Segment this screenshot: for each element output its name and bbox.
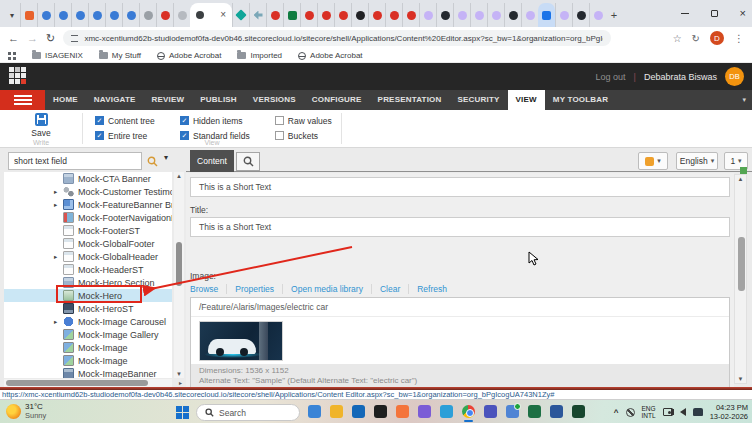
scroll-up-icon[interactable]: ▲	[735, 176, 746, 182]
forward-icon[interactable]: →	[27, 32, 38, 44]
browser-tab[interactable]	[385, 3, 402, 27]
chrome-icon[interactable]	[462, 405, 475, 418]
address-bar[interactable]: xmc-xcentiumd62b-studiodemof0fa-dev0b46.…	[63, 30, 611, 46]
browser-tab[interactable]	[283, 3, 300, 27]
browser-sync-icon[interactable]: ↻	[692, 33, 700, 44]
tree-item[interactable]: ▸ Mock-CTA Banner	[4, 172, 172, 185]
save-icon[interactable]	[35, 113, 48, 126]
tree-item[interactable]: ▸ Mock-FooterST	[4, 224, 172, 237]
browser-tab[interactable]	[105, 3, 122, 27]
url-text[interactable]: xmc-xcentiumd62b-studiodemof0fa-dev0b46.…	[84, 34, 603, 43]
quick-action-button[interactable]: ▾	[638, 152, 668, 170]
browser-tab[interactable]	[334, 3, 351, 27]
scroll-down-icon[interactable]: ▼	[735, 376, 746, 382]
tree-item[interactable]: ▸ Mock-Image Gallery	[4, 328, 172, 341]
scrollbar-thumb[interactable]	[176, 242, 182, 286]
expand-icon[interactable]: ▸	[54, 318, 63, 326]
browser-tab[interactable]	[436, 3, 453, 27]
image-path[interactable]: /Feature/Alaris/Images/electric car	[191, 298, 729, 317]
search-options-caret-icon[interactable]: ▾	[164, 153, 168, 162]
browser-tab[interactable]	[317, 3, 334, 27]
browser-tab[interactable]	[20, 3, 37, 27]
file-explorer-icon[interactable]	[308, 405, 321, 418]
blue-app-icon[interactable]	[550, 405, 563, 418]
checkbox-icon[interactable]: ✓	[275, 116, 284, 125]
scrollbar-thumb[interactable]	[6, 380, 148, 386]
scrollbar-thumb[interactable]	[738, 237, 745, 291]
browser-tab[interactable]	[368, 3, 385, 27]
windows-start-button[interactable]	[176, 406, 189, 419]
reload-icon[interactable]: ↻	[46, 32, 55, 45]
browser-tab[interactable]	[249, 3, 266, 27]
tab-search[interactable]	[236, 152, 260, 171]
browser-tab[interactable]	[453, 3, 470, 27]
view-option-checkbox[interactable]: ✓ Raw values	[275, 114, 341, 127]
ribbon-tab[interactable]: SECURITY	[450, 90, 508, 110]
scroll-down-icon[interactable]: ▼	[174, 371, 184, 377]
user-name[interactable]: Debabrata Biswas	[644, 72, 717, 82]
tree-item[interactable]: ▸ Mock-Image Carousel	[4, 315, 172, 328]
image-field-link[interactable]: Browse	[190, 284, 218, 294]
view-option-checkbox[interactable]: ✓ Hidden items	[180, 114, 259, 127]
save-button[interactable]: Save	[31, 128, 50, 138]
browser-tab[interactable]	[538, 3, 555, 27]
gutter-indicator-icon[interactable]	[740, 167, 747, 174]
tab-content[interactable]: Content	[190, 150, 234, 172]
browser-tab[interactable]	[487, 3, 504, 27]
search-input[interactable]	[8, 152, 142, 170]
image-field-link[interactable]: Clear	[371, 284, 400, 294]
tree-item[interactable]: ▸ Mock-Hero	[4, 289, 172, 302]
browser-tab[interactable]	[300, 3, 317, 27]
ribbon-tab[interactable]: VIEW	[508, 90, 545, 110]
tree-item[interactable]: ▸ Mock-FeatureBanner Branch	[4, 198, 172, 211]
window-maximize-button[interactable]	[711, 10, 718, 17]
browser-profile-avatar[interactable]: D	[710, 31, 724, 45]
bookmark-item[interactable]: My Stuff	[99, 51, 141, 60]
browser-tab[interactable]	[521, 3, 538, 27]
tree-horizontal-scrollbar[interactable]: ▸	[4, 379, 172, 387]
purple-speaker-icon[interactable]	[418, 405, 431, 418]
browser-active-tab[interactable]: ×	[190, 3, 232, 27]
scroll-right-icon[interactable]: ▸	[179, 379, 182, 386]
browser-tab[interactable]	[589, 3, 606, 27]
ribbon-tab[interactable]: VERSIONS	[245, 90, 304, 110]
image-field-link[interactable]: Refresh	[408, 284, 447, 294]
browser-tab[interactable]	[54, 3, 71, 27]
folder-icon[interactable]	[330, 405, 343, 418]
window-close-button[interactable]: ×	[740, 8, 746, 19]
ribbon-tab[interactable]: CONFIGURE	[304, 90, 370, 110]
clock[interactable]: 04:23 PM 13-02-2026	[710, 403, 748, 421]
title-field[interactable]: This is a Short Text	[190, 217, 730, 237]
tree-item[interactable]: ▸ Mock-Image	[4, 354, 172, 367]
bookmark-star-icon[interactable]: ☆	[673, 33, 682, 44]
people-icon[interactable]	[506, 405, 519, 418]
short-text-field[interactable]: This is a Short Text	[190, 177, 730, 197]
teams-icon[interactable]	[484, 405, 497, 418]
logout-link[interactable]: Log out	[596, 72, 626, 82]
orange-app-icon[interactable]	[396, 405, 409, 418]
browser-tab[interactable]	[156, 3, 173, 27]
expand-icon[interactable]: ▸	[54, 201, 63, 209]
ribbon-tab[interactable]: PUBLISH	[192, 90, 245, 110]
browser-tab[interactable]	[419, 3, 436, 27]
new-tab-button[interactable]: +	[606, 3, 622, 27]
checkbox-icon[interactable]: ✓	[95, 116, 104, 125]
bookmarks-apps-icon[interactable]	[8, 52, 16, 60]
ribbon-tab[interactable]: NAVIGATE	[86, 90, 144, 110]
browser-tab[interactable]	[351, 3, 368, 27]
browser-tab[interactable]	[37, 3, 54, 27]
bookmark-item[interactable]: Adobe Acrobat	[157, 51, 221, 60]
ribbon-tab[interactable]: PRESENTATION	[370, 90, 450, 110]
tree-item[interactable]: ▸ Mock-FooterNavigationLinksColur	[4, 211, 172, 224]
expand-icon[interactable]: ▸	[54, 188, 63, 196]
network-icon[interactable]	[693, 408, 703, 416]
tree-vertical-scrollbar[interactable]: ▲ ▼	[174, 172, 184, 378]
scroll-up-icon[interactable]: ▲	[174, 173, 184, 179]
tree-item[interactable]: ▸ Mock-Image	[4, 341, 172, 354]
ribbon-tab[interactable]: HOME	[45, 90, 86, 110]
pen-disabled-icon[interactable]	[626, 408, 635, 417]
outlook-icon[interactable]	[352, 405, 365, 418]
browser-tab[interactable]	[173, 3, 190, 27]
excel-icon[interactable]	[528, 405, 541, 418]
bookmark-item[interactable]: ISAGENIX	[32, 51, 83, 60]
